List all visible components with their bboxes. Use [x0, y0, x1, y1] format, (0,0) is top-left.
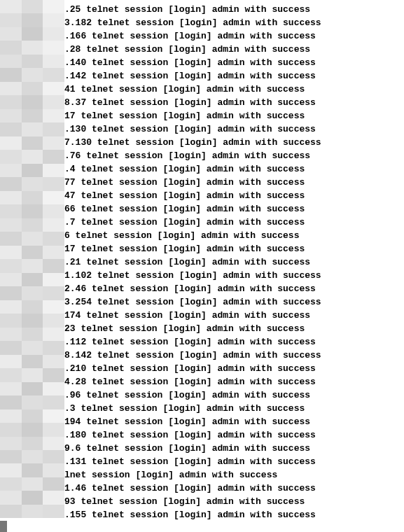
- log-line: 8.37 telnet session [login] admin with s…: [64, 96, 404, 109]
- log-line: .76 telnet session [login] admin with su…: [64, 149, 404, 162]
- redaction-gutter: [0, 0, 64, 532]
- log-line: 41 telnet session [login] admin with suc…: [64, 83, 404, 96]
- gutter-cell: [0, 122, 22, 136]
- gutter-cell: [43, 246, 64, 259]
- gutter-cell: [0, 341, 22, 354]
- gutter-cell: [0, 27, 22, 41]
- log-line: 3.182 telnet session [login] admin with …: [64, 16, 404, 29]
- gutter-row: [0, 150, 64, 163]
- gutter-cell: [43, 505, 64, 518]
- gutter-cell: [0, 396, 22, 409]
- gutter-cell: [43, 491, 64, 504]
- log-line: 3.254 telnet session [login] admin with …: [64, 295, 404, 309]
- log-line: 194 telnet session [login] admin with su…: [64, 415, 404, 428]
- gutter-cell: [22, 491, 43, 504]
- gutter-cell: [0, 55, 22, 68]
- gutter-cell: [43, 314, 64, 327]
- gutter-row: [0, 177, 64, 190]
- gutter-cell: [0, 164, 22, 177]
- gutter-row: [0, 314, 64, 327]
- gutter-row: [0, 204, 64, 218]
- gutter-cell: [22, 232, 43, 245]
- log-line: 17 telnet session [login] admin with suc…: [64, 109, 404, 122]
- gutter-cell: [22, 218, 43, 232]
- gutter-cell: [22, 396, 43, 409]
- gutter-cell: [0, 477, 22, 491]
- gutter-cell: [22, 341, 43, 354]
- gutter-cell: [22, 122, 43, 136]
- gutter-row: [0, 437, 64, 450]
- log-line: .7 telnet session [login] admin with suc…: [64, 216, 404, 229]
- log-line: 47 telnet session [login] admin with suc…: [64, 189, 404, 202]
- gutter-cell: [43, 109, 64, 122]
- gutter-row: [0, 463, 64, 477]
- log-line: .3 telnet session [login] admin with suc…: [64, 402, 404, 415]
- gutter-cell: [43, 191, 64, 204]
- log-line: 4.28 telnet session [login] admin with s…: [64, 375, 404, 388]
- gutter-cell: [43, 328, 64, 341]
- gutter-cell: [43, 300, 64, 314]
- gutter-cell: [22, 259, 43, 272]
- gutter-cell: [22, 463, 43, 477]
- log-line: .142 telnet session [login] admin with s…: [64, 69, 404, 83]
- gutter-row: [0, 109, 64, 122]
- gutter-cell: [43, 437, 64, 450]
- gutter-cell: [43, 0, 64, 13]
- gutter-row: [0, 423, 64, 436]
- gutter-cell: [22, 177, 43, 190]
- gutter-cell: [0, 68, 22, 81]
- gutter-row: [0, 164, 64, 177]
- gutter-row: [0, 0, 64, 13]
- log-line: 17 telnet session [login] admin with suc…: [64, 242, 404, 255]
- gutter-cell: [22, 41, 43, 54]
- log-line: 2.46 telnet session [login] admin with s…: [64, 282, 404, 295]
- gutter-cell: [43, 463, 64, 477]
- gutter-cell: [43, 396, 64, 409]
- gutter-cell: [43, 450, 64, 463]
- log-line: .155 telnet session [login] admin with s…: [64, 508, 404, 522]
- gutter-cell: [0, 450, 22, 463]
- gutter-cell: [22, 55, 43, 68]
- gutter-cell: [0, 259, 22, 272]
- gutter-row: [0, 450, 64, 463]
- gutter-cell: [0, 246, 22, 259]
- log-line: 93 telnet session [login] admin with suc…: [64, 495, 404, 508]
- gutter-cell: [0, 463, 22, 477]
- log-line: .21 telnet session [login] admin with su…: [64, 255, 404, 269]
- gutter-cell: [22, 368, 43, 382]
- gutter-cell: [22, 68, 43, 81]
- gutter-cell: [22, 109, 43, 122]
- gutter-cell: [0, 382, 22, 396]
- gutter-cell: [0, 491, 22, 504]
- gutter-cell: [43, 41, 64, 54]
- gutter-cell: [22, 95, 43, 108]
- gutter-cell: [43, 27, 64, 41]
- gutter-cell: [22, 328, 43, 341]
- gutter-cell: [43, 150, 64, 163]
- gutter-cell: [22, 355, 43, 368]
- gutter-row: [0, 491, 64, 504]
- gutter-cell: [0, 328, 22, 341]
- gutter-row: [0, 27, 64, 41]
- gutter-row: [0, 246, 64, 259]
- gutter-cell: [43, 204, 64, 218]
- gutter-row: [0, 286, 64, 300]
- gutter-cell: [22, 82, 43, 95]
- gutter-cell: [22, 286, 43, 300]
- gutter-row: [0, 259, 64, 272]
- gutter-cell: [22, 204, 43, 218]
- log-line: .140 telnet session [login] admin with s…: [64, 56, 404, 69]
- gutter-row: [0, 136, 64, 150]
- log-line: 9.6 telnet session [login] admin with su…: [64, 442, 404, 455]
- gutter-row: [0, 122, 64, 136]
- gutter-row: [0, 396, 64, 409]
- log-line: 174 telnet session [login] admin with su…: [64, 309, 404, 322]
- gutter-cell: [43, 177, 64, 190]
- gutter-cell: [0, 191, 22, 204]
- gutter-cell: [43, 122, 64, 136]
- gutter-row: [0, 328, 64, 341]
- log-line: 66 telnet session [login] admin with suc…: [64, 202, 404, 216]
- gutter-cell: [22, 13, 43, 27]
- log-line: .131 telnet session [login] admin with s…: [64, 455, 404, 468]
- gutter-cell: [0, 505, 22, 518]
